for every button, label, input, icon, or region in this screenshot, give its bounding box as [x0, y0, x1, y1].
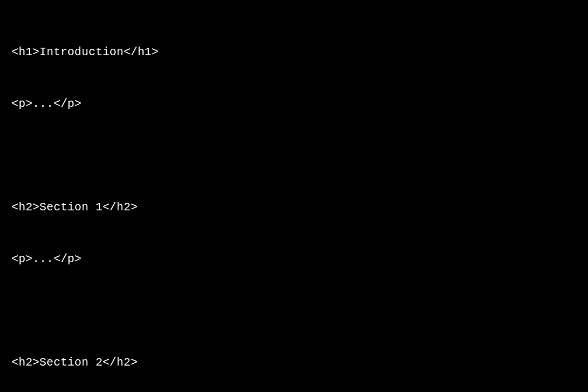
code-line: <h2>Section 2</h2> [11, 354, 577, 371]
code-line [11, 302, 577, 320]
code-line [11, 147, 577, 164]
code-line: <h2>Section 1</h2> [11, 199, 577, 216]
code-line: <h1>Introduction</h1> [11, 44, 577, 61]
code-line: <p>...</p> [11, 95, 577, 113]
code-line: <p>...</p> [11, 251, 577, 268]
code-snippet: <h1>Introduction</h1> <p>...</p> <h2>Sec… [11, 9, 577, 392]
